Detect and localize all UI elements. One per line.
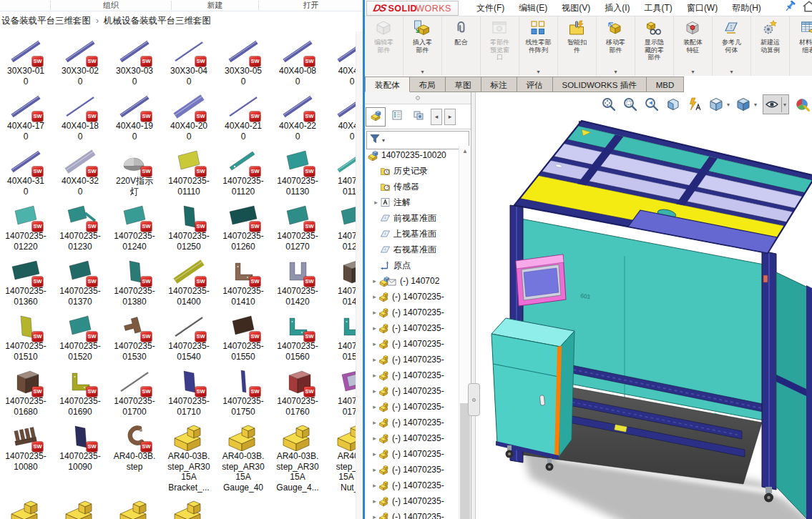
menu-item-2[interactable]: 编辑(E) [512, 1, 554, 16]
file-item[interactable]: SW14070235-10080 [0, 417, 53, 493]
file-item[interactable]: SW14070235-01510 [0, 307, 53, 362]
tab-布局[interactable]: 布局 [410, 76, 446, 92]
file-item[interactable] [162, 493, 216, 519]
tree-item[interactable]: ▸(-) 140702 [365, 273, 459, 289]
expander-icon[interactable]: ▸ [371, 277, 378, 285]
tree-item[interactable]: 传感器 [365, 179, 459, 194]
file-item[interactable] [53, 493, 107, 519]
file-item[interactable]: SW1407020177 [325, 362, 356, 417]
tree-item[interactable]: 上视基准面 [365, 226, 459, 242]
edit-appearance-icon[interactable] [795, 97, 811, 112]
featuremanager-tab[interactable] [366, 107, 386, 127]
panel-scroll-left[interactable]: ◂ [431, 109, 442, 125]
tab-标注[interactable]: 标注 [481, 76, 517, 92]
propertymanager-tab[interactable] [387, 107, 407, 127]
cm-button-assembly-features[interactable]: 装配体 特征▾ [674, 16, 713, 76]
file-item[interactable] [107, 493, 162, 519]
tree-item[interactable]: ▸(-) 14070235- [365, 446, 459, 462]
command-bar-item-1[interactable]: 组织 [51, 0, 170, 11]
tab-评估[interactable]: 评估 [517, 76, 553, 92]
menu-item-1[interactable]: 文件(F) [470, 1, 511, 16]
tree-item[interactable]: 前视基准面 [365, 210, 459, 226]
expander-icon[interactable]: ▸ [371, 356, 378, 363]
tree-item[interactable]: ▸(-) 14070235- [365, 430, 459, 446]
breadcrumb-segment-2[interactable]: 机械设备装载平台三维套图 [104, 15, 211, 27]
cm-button-reference-geometry[interactable]: 参考几 何体▾ [713, 16, 751, 76]
file-item[interactable]: SW30X30-030 [107, 31, 162, 86]
tree-scrollbar-thumb[interactable] [460, 403, 470, 519]
file-item[interactable]: SW14070235-01760 [270, 362, 325, 417]
tree-root[interactable]: 14070235-10020 [365, 147, 459, 163]
tree-item[interactable]: ▸(-) 14070235- [365, 352, 459, 367]
tree-item[interactable]: ▸(-) 14070235- [365, 509, 459, 519]
tree-item[interactable]: ▸(-) 14070235- [365, 289, 459, 305]
dropdown-caret-icon[interactable]: ▾ [754, 102, 757, 108]
file-item[interactable]: SW14070235-01370 [53, 252, 107, 307]
expander-icon[interactable]: ▸ [371, 419, 378, 426]
tree-item[interactable]: 历史记录 [365, 163, 459, 179]
file-item[interactable]: SW14070235-01690 [53, 362, 107, 417]
annotation-view-icon[interactable] [687, 97, 703, 112]
file-item[interactable]: AR40-0step_AF15A LoNut_4 [325, 417, 356, 493]
solidworks-logo[interactable]: DS SOLIDWORKS [366, 1, 459, 16]
scroll-up-icon[interactable]: ▲ [459, 146, 471, 156]
cm-button-show-hidden[interactable]: 显示隐 藏的零 部件 [635, 16, 674, 76]
file-item[interactable]: SW14070235-01710 [162, 362, 216, 417]
file-item[interactable]: SW40X40-320 [53, 142, 107, 197]
tree-item[interactable]: ▸(-) 14070235- [365, 462, 459, 478]
expander-icon[interactable]: ▸ [371, 466, 378, 473]
tree-item[interactable]: ▸(-) 14070235- [365, 478, 459, 493]
view-orientation-icon[interactable] [708, 97, 724, 112]
file-item[interactable]: SW14070235-01560 [270, 307, 325, 362]
expander-icon[interactable]: ▸ [371, 309, 378, 316]
file-item[interactable]: SW14070235-10090 [53, 417, 107, 493]
previous-view-icon[interactable] [644, 97, 660, 112]
tree-item[interactable]: ▸(-) 14070235- [365, 336, 459, 352]
file-item[interactable]: SW14070235-01250 [162, 197, 216, 252]
file-item[interactable]: SW14070235-01120 [216, 142, 270, 197]
file-item[interactable]: SW30X30-050 [216, 31, 270, 86]
file-item[interactable]: SW14070235-01130 [270, 142, 325, 197]
file-item[interactable]: SW40X40-310 [0, 142, 53, 197]
file-item[interactable]: SW14070235-01680 [0, 362, 53, 417]
tree-item[interactable]: ▸(-) 14070235- [365, 399, 459, 415]
file-item[interactable]: SW14070235-01420 [270, 252, 325, 307]
file-item[interactable]: SW14070235-01230 [53, 197, 107, 252]
file-item[interactable]: SW1407020128 [325, 197, 356, 252]
menu-item-5[interactable]: 工具(T) [638, 1, 679, 16]
menu-item-6[interactable]: 窗口(W) [680, 1, 724, 16]
menu-item-4[interactable]: 插入(I) [598, 1, 636, 16]
tab-MBD[interactable]: MBD [647, 76, 685, 92]
file-item[interactable]: SW30X30-010 [0, 31, 53, 86]
configuration-tab[interactable] [409, 107, 429, 127]
file-item[interactable]: SW14070235-01400 [162, 252, 216, 307]
3d-model-machine[interactable]: 603 [476, 92, 812, 519]
file-item[interactable]: SW40X40-170 [0, 86, 53, 142]
file-item[interactable]: SW30X30-040 [162, 31, 216, 86]
cm-button-mate[interactable]: 配合 [442, 16, 481, 76]
file-item[interactable]: SW40X40-080 [270, 31, 325, 86]
panel-scroll-right[interactable]: ▸ [444, 109, 456, 125]
tree-scrollbar[interactable]: ▲ [459, 146, 471, 519]
hide-show-items-icon[interactable] [764, 97, 780, 112]
file-item[interactable]: SW14070235-01220 [0, 197, 53, 252]
file-item[interactable]: SW40X40-0 [325, 31, 356, 86]
file-item[interactable]: SWAR40-03B.step [107, 417, 162, 493]
file-item[interactable]: SW1407020143 [325, 252, 356, 307]
menu-item-7[interactable]: 帮助(H) [725, 1, 768, 16]
expander-icon[interactable]: ▸ [372, 199, 380, 206]
file-item[interactable]: SW14070235-01380 [107, 252, 162, 307]
tree-item[interactable]: ▸注解 [365, 194, 459, 210]
file-item[interactable]: SW40X40-220 [270, 86, 325, 142]
file-item[interactable]: SW1407020157 [325, 307, 356, 362]
file-item[interactable]: SW14070235-01240 [107, 197, 162, 252]
command-bar-item-3[interactable]: 打开 [259, 0, 363, 11]
expander-icon[interactable]: ▸ [371, 513, 378, 519]
display-style-icon[interactable] [735, 97, 751, 112]
file-item[interactable]: SW14070235-01550 [216, 307, 270, 362]
menu-item-3[interactable]: 视图(V) [555, 1, 597, 16]
expander-icon[interactable]: ▸ [371, 372, 378, 379]
tree-item[interactable]: ▸(-) 14070235- [365, 367, 459, 383]
cm-button-smart-fasteners[interactable]: 智能扣 件 [558, 16, 597, 76]
expander-icon[interactable]: ▸ [371, 435, 378, 442]
